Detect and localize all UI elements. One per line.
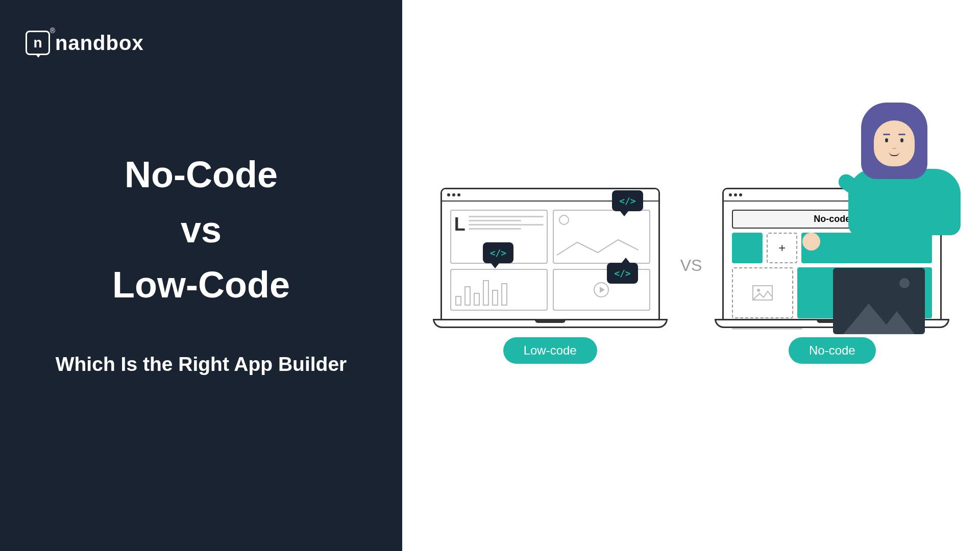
code-bubble-icon: </> [483,242,514,263]
nocode-laptop: No-code + [722,188,942,328]
nocode-section: No-code + [722,188,942,364]
chart-block-icon [553,210,650,264]
add-block-icon: + [767,233,797,263]
dragged-image-icon [833,268,925,334]
code-bubble-icon: </> [607,263,638,284]
right-panel: L [402,0,980,551]
laptop-base [433,319,668,328]
brand-logo: n ® nandbox [26,31,377,55]
registered-mark: ® [50,27,55,35]
title-line-2: vs [26,202,377,257]
lowcode-label: Low-code [503,337,597,364]
brand-name: nandbox [55,32,144,55]
title-line-3: Low-Code [26,257,377,312]
window-dot-icon [739,193,742,196]
subtitle: Which Is the Right App Builder [26,353,377,375]
window-dot-icon [729,193,732,196]
logo-letter: n [33,35,42,51]
image-slot-icon [732,267,793,318]
code-bubble-icon: </> [612,190,643,211]
slide-container: n ® nandbox No-Code vs Low-Code Which Is… [0,0,980,551]
window-dot-icon [452,193,455,196]
content-block-icon [732,233,763,263]
title-section: No-Code vs Low-Code Which Is the Right A… [26,147,377,375]
vs-separator: VS [680,256,702,275]
window-dot-icon [734,193,737,196]
lowcode-screen-content: L [442,202,658,319]
person-illustration [828,103,961,266]
title-line-1: No-Code [26,147,377,202]
window-dot-icon [457,193,460,196]
letter-L: L [454,214,465,260]
logo-icon: n ® [26,31,50,55]
lowcode-section: L [440,188,660,364]
bar-chart-icon [450,269,548,311]
nocode-label: No-code [789,337,876,364]
window-dot-icon [447,193,450,196]
left-panel: n ® nandbox No-Code vs Low-Code Which Is… [0,0,402,551]
svg-point-1 [757,289,760,292]
main-title: No-Code vs Low-Code [26,147,377,312]
lowcode-laptop: L [440,188,660,328]
